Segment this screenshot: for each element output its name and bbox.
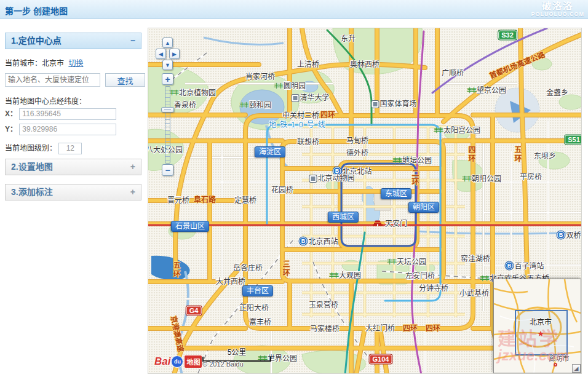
park-icon: 丰丰 <box>480 276 488 282</box>
expand-icon[interactable]: + <box>130 185 135 200</box>
map-label-road-red: 阜石路 <box>194 196 216 204</box>
map-label-park: 丰丰大观园 <box>329 272 361 279</box>
pan-up-button[interactable]: ▲ <box>162 38 173 48</box>
section3-title: 3.添加标注 <box>11 187 53 197</box>
map-label-shield-green: S51 <box>565 135 582 145</box>
map-label-place: 马家楼桥 <box>310 325 340 333</box>
map-label-text: 大观园 <box>339 272 361 279</box>
map-label-text: 三环 <box>281 260 290 277</box>
map-canvas[interactable]: 东升上清桥奥林西桥肖家河桥广顺桥丰丰圆明园丰丰望京公园金盏乡丰丰北京植物园丰丰颐… <box>148 28 582 374</box>
zoom-slider-handle[interactable] <box>161 107 174 113</box>
page-title: 第一步 创建地图 <box>5 4 68 17</box>
map-label-place: 马甸桥 <box>346 137 368 145</box>
map-label-place: 中关村三桥 <box>282 112 319 119</box>
map-label-text: S32 <box>501 32 514 39</box>
overview-minimap[interactable]: 北京市 ★ 廊坊市 ◢ <box>493 279 581 373</box>
baidu-logo-text: Bai <box>154 355 170 368</box>
map-label-text: 二环 <box>410 169 419 186</box>
pan-left-button[interactable]: ◀ <box>156 49 166 59</box>
minimap-city-label: 北京市 <box>530 316 552 327</box>
map-label-text: 肖家河桥 <box>245 73 275 81</box>
zoom-out-button[interactable]: − <box>162 164 173 176</box>
place-search-input[interactable] <box>5 73 100 87</box>
center-coords-label: 当前地图中心点经纬度： <box>5 95 86 106</box>
city-star-icon: ★ <box>537 329 544 338</box>
map-label-text: 马甸桥 <box>346 137 368 145</box>
map-label-place: 岳各庄桥 <box>233 264 263 272</box>
map-label-place: 分钟寺桥 <box>419 285 448 292</box>
city-dot-icon <box>554 363 557 367</box>
tiananmen-icon <box>371 219 384 228</box>
park-icon: 丰丰 <box>467 88 475 93</box>
current-city-row: 当前城市：北京市 切换 <box>5 57 83 68</box>
expand-icon[interactable]: + <box>130 159 135 175</box>
arrow-right-icon: ▶ <box>172 51 177 57</box>
map-label-text: 分钟寺桥 <box>419 285 448 292</box>
map-label-text: 富丰桥 <box>249 319 271 326</box>
map-label-text: 百子湾站 <box>514 262 544 269</box>
map-label-place: 奥林西桥 <box>350 61 379 68</box>
scale-text: 5公里 <box>202 346 271 357</box>
zoom-in-button[interactable]: + <box>162 73 173 85</box>
baidu-map-badge: 地图 <box>184 355 202 368</box>
minimap-toggle-button[interactable]: ◢ <box>572 364 581 373</box>
section-locate-center-header[interactable]: 1.定位中心点 − <box>5 33 141 49</box>
map-label-place: 平房桥 <box>520 173 542 181</box>
current-city-label: 当前城市： <box>5 59 42 68</box>
search-button[interactable]: 查找 <box>105 73 145 87</box>
map-label-text: 金盏乡 <box>546 89 568 97</box>
pan-down-button[interactable]: ▼ <box>162 60 173 70</box>
map-label-text: 中关村三桥 <box>282 112 319 119</box>
map-label-park: 丰丰圆明园 <box>274 82 306 90</box>
minimap-city2-label: 廊坊市 <box>549 353 570 363</box>
poi-icon <box>371 101 378 108</box>
map-label-park: 丰丰望京公园 <box>467 87 506 94</box>
y-coordinate-field[interactable] <box>19 124 116 135</box>
map-label-district: 丰台区 <box>242 285 273 296</box>
map-label-park: 丰丰地坛公园 <box>392 157 432 164</box>
map-label-text: 奥林西桥 <box>350 61 379 68</box>
map-label-text: 左安门桥 <box>405 272 435 280</box>
map-label-park: 丰丰北京植物园 <box>169 89 216 97</box>
zoom-slider-track[interactable] <box>165 86 170 164</box>
map-label-park: 丰丰太阳宫公园 <box>434 127 480 134</box>
map-label-ring-v: 三环 <box>282 260 289 277</box>
map-label-shield-red: G4 <box>186 306 202 315</box>
map-label-place: 香泉桥 <box>174 101 196 109</box>
map-label-text: 平房桥 <box>520 173 542 181</box>
map-label-park: 丰丰天坛公园 <box>387 258 426 266</box>
poi-icon <box>309 175 316 182</box>
map-label-text: 小武基桥 <box>459 290 489 297</box>
map-label-district: 石景山区 <box>171 221 209 232</box>
map-label-text: 大红门桥 <box>365 325 395 332</box>
baidu-logo: Bai du 地图 <box>154 355 202 368</box>
map-label-text: 地铁10号线 <box>269 121 328 129</box>
arrow-down-icon: ▼ <box>165 62 170 68</box>
map-label-park: 丰丰颐和园 <box>239 101 271 109</box>
map-label-text: 五环 <box>513 146 522 163</box>
site-watermark-cn: 破洛洛 <box>531 1 585 12</box>
map-label-text: 西城区 <box>332 213 354 221</box>
collapse-icon[interactable]: − <box>130 33 135 49</box>
pan-right-button[interactable]: ▶ <box>169 49 180 59</box>
map-label-ring-h: 四环 <box>426 325 440 332</box>
map-label-text: 颐和园 <box>249 101 271 109</box>
x-coordinate-field[interactable] <box>19 108 116 120</box>
map-label-subway: 地铁10号线 <box>269 121 328 129</box>
top-header-bar: 第一步 创建地图 破洛洛 POLUOLUO.COM <box>0 0 588 19</box>
section-set-map-header[interactable]: 2.设置地图 + <box>5 159 141 175</box>
map-label-text: 五环 <box>172 261 180 279</box>
map-level-field[interactable] <box>58 143 82 154</box>
section-add-marker-header[interactable]: 3.添加标注 + <box>5 184 141 200</box>
map-label-metro: B双桥 <box>557 231 581 239</box>
switch-city-link[interactable]: 切换 <box>68 59 83 68</box>
map-label-text: 阜石路 <box>194 196 216 204</box>
map-label-district: 海淀区 <box>255 146 285 157</box>
site-watermark: 破洛洛 POLUOLUO.COM <box>531 1 585 17</box>
map-label-place: 上清桥 <box>297 61 319 68</box>
map-label-text: 天安门 <box>385 220 407 227</box>
park-icon: 丰丰 <box>434 128 442 133</box>
map-label-district: 西城区 <box>328 212 359 223</box>
map-label-place: 金盏乡 <box>546 89 568 97</box>
map-label-ring-v: 四环 <box>467 146 475 163</box>
